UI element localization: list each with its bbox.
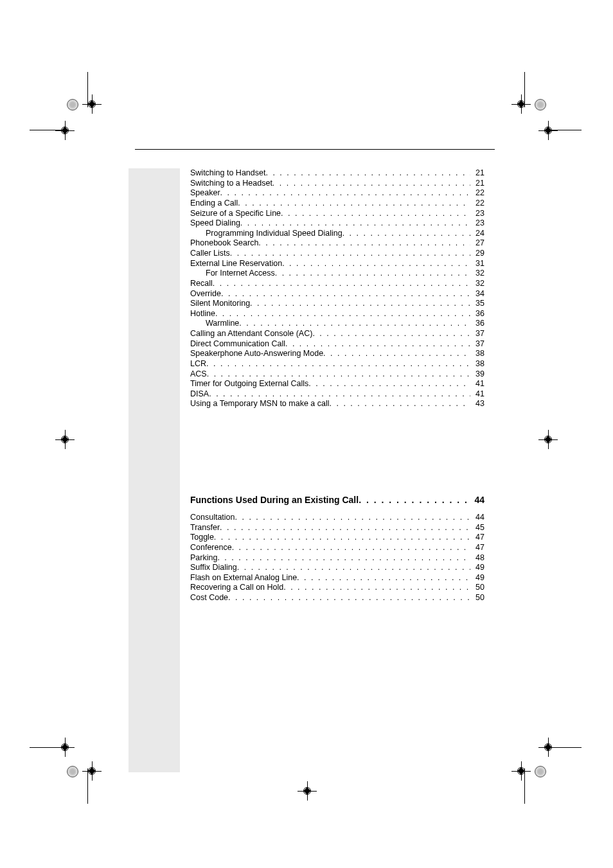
toc-section-2-title: Functions Used During an Existing Call 4…: [190, 495, 484, 506]
sidebar-margin: [129, 168, 180, 772]
toc-row: Conference 47: [190, 543, 484, 553]
toc-page-number: 45: [470, 523, 484, 533]
toc-label: Using a Temporary MSN to make a call: [190, 399, 330, 409]
toc-label: Speakerphone Auto-Answering Mode: [190, 349, 323, 359]
toc-section-1: Switching to Handset 21Switching to a He…: [190, 168, 484, 409]
toc-label: Switching to a Headset: [190, 179, 272, 189]
toc-page-number: 37: [470, 339, 484, 350]
toc-label: Silent Monitoring: [190, 299, 250, 309]
toc-dots: [230, 249, 470, 259]
toc-dots: [283, 583, 470, 593]
toc-row: Timer for Outgoing External Calls 41: [190, 379, 484, 389]
toc-page-number: 47: [470, 533, 484, 543]
toc-page-number: 49: [470, 573, 484, 583]
toc-dots: [235, 513, 471, 523]
toc-dots: [207, 369, 470, 380]
crop-line-v: [87, 768, 88, 804]
toc-label: Ending a Call: [190, 199, 238, 209]
toc-page-number: 49: [470, 563, 484, 573]
toc-row: Calling an Attendant Console (AC) 37: [190, 329, 484, 339]
toc-page-number: 44: [470, 495, 484, 506]
toc-page-number: 36: [470, 309, 484, 319]
registration-ring: [535, 766, 546, 777]
toc-label: Toggle: [190, 533, 214, 543]
toc-page-number: 34: [470, 289, 484, 299]
toc-page-number: 48: [470, 553, 484, 563]
toc-row: Suffix Dialing 49: [190, 563, 484, 573]
toc-row: DISA 41: [190, 389, 484, 400]
toc-row: Consultation 44: [190, 513, 484, 523]
toc-row: For Internet Access 32: [190, 269, 484, 279]
toc-dots: [312, 329, 470, 339]
toc-row: Direct Communication Call 37: [190, 339, 484, 350]
toc-dots: [228, 593, 470, 603]
toc-label: Phonebook Search: [190, 238, 258, 249]
toc-dots: [281, 209, 470, 219]
toc-row: Flash on External Analog Line 49: [190, 573, 484, 583]
toc-row: Caller Lists 29: [190, 249, 484, 259]
toc-row: External Line Reservation 31: [190, 259, 484, 269]
toc-label: Recovering a Call on Hold: [190, 583, 283, 593]
toc-dots: [209, 389, 470, 400]
toc-page-number: 50: [470, 583, 484, 593]
toc-dots: [265, 168, 470, 179]
toc-dots: [221, 289, 470, 299]
toc-page-number: 41: [470, 379, 484, 389]
toc-label: Speaker: [190, 188, 220, 199]
toc-dots: [217, 553, 470, 563]
toc-row: Warmline 36: [190, 319, 484, 329]
toc-row: Switching to Handset 21: [190, 168, 484, 179]
toc-row: Transfer 45: [190, 523, 484, 533]
toc-row: Hotline 36: [190, 309, 484, 319]
toc-page-number: 23: [470, 218, 484, 229]
toc-dots: [297, 573, 470, 583]
toc-dots: [237, 563, 470, 573]
toc-row: Programming Individual Speed Dialing 24: [190, 229, 484, 239]
toc-row: Silent Monitoring 35: [190, 299, 484, 309]
toc-dots: [359, 495, 470, 506]
toc-dots: [238, 199, 470, 209]
toc-label: Suffix Dialing: [190, 563, 237, 573]
toc-row: Speakerphone Auto-Answering Mode 38: [190, 349, 484, 359]
toc-dots: [272, 179, 470, 189]
toc-dots: [285, 339, 470, 350]
toc-dots: [220, 523, 470, 533]
toc-label: Timer for Outgoing External Calls: [190, 379, 308, 389]
toc-page-number: 22: [470, 199, 484, 209]
toc-row: Switching to a Headset 21: [190, 179, 484, 189]
toc-label: Flash on External Analog Line: [190, 573, 297, 583]
registration-ring: [67, 766, 78, 777]
toc-dots: [342, 229, 470, 239]
toc-label: DISA: [190, 389, 209, 400]
toc-page-number: 44: [470, 513, 484, 523]
registration-ring: [535, 99, 546, 111]
toc-label: Direct Communication Call: [190, 339, 285, 350]
toc-row: Cost Code 50: [190, 593, 484, 603]
toc-dots: [240, 218, 470, 229]
page: Switching to Handset 21Switching to a He…: [0, 0, 613, 868]
toc-page-number: 38: [470, 349, 484, 359]
toc-page-number: 36: [470, 319, 484, 329]
toc-heading-row: Functions Used During an Existing Call 4…: [190, 495, 484, 506]
toc-row: Toggle 47: [190, 533, 484, 543]
toc-label: Cost Code: [190, 593, 228, 603]
toc-label: Speed Dialing: [190, 218, 240, 229]
toc-row: Speaker 22: [190, 188, 484, 199]
toc-label: External Line Reservation: [190, 259, 282, 269]
toc-label: Hotline: [190, 309, 215, 319]
crop-line-v: [524, 768, 525, 804]
toc-page-number: 39: [470, 369, 484, 380]
toc-dots: [330, 399, 470, 409]
toc-dots: [239, 319, 470, 329]
toc-dots: [323, 349, 470, 359]
toc-page-number: 32: [470, 279, 484, 289]
registration-ring: [67, 99, 78, 111]
toc-page-number: 21: [470, 168, 484, 179]
crop-line-v: [87, 72, 88, 107]
toc-row: Recall 32: [190, 279, 484, 289]
toc-label: Recall: [190, 279, 213, 289]
toc-label: Transfer: [190, 523, 220, 533]
toc-heading-label: Functions Used During an Existing Call: [190, 495, 359, 506]
toc-row: ACS 39: [190, 369, 484, 380]
toc-label: For Internet Access: [206, 269, 275, 279]
